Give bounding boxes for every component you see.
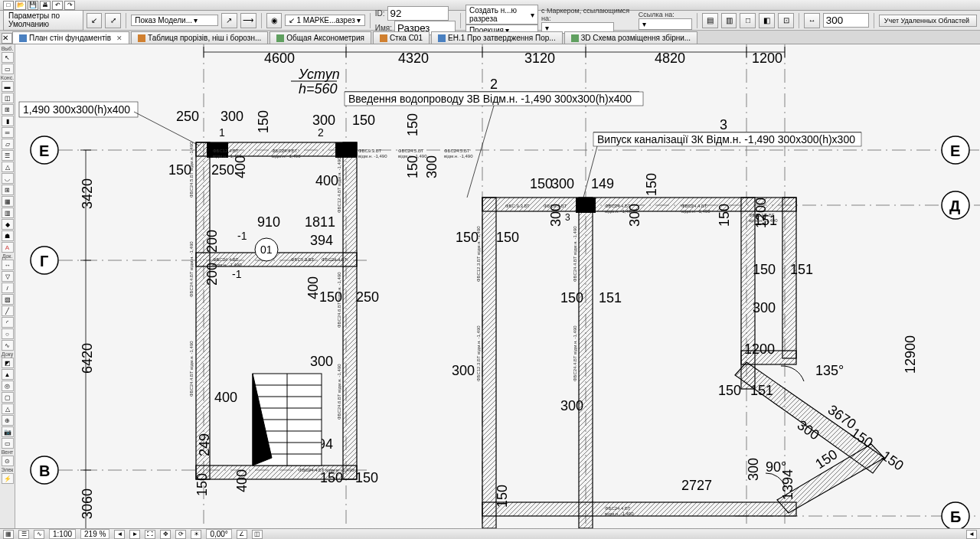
scroll-left-icon[interactable]: ◄ [966,530,977,539]
zoom-readout[interactable]: 219 % [80,529,109,539]
undo-icon[interactable]: ↶ [52,1,63,10]
svg-text:відм.н. -1,490: відм.н. -1,490 [398,154,427,158]
trace-icon[interactable]: ◫ [252,530,263,539]
slab-tool-icon[interactable]: ▱ [2,139,14,149]
print-icon[interactable]: 🖶 [40,1,51,10]
zone-tool-icon[interactable]: ▦ [2,196,14,207]
close-icon[interactable]: ✕ [116,34,122,42]
deleted-regions-button[interactable]: Учет Удаленных Областей [879,15,977,27]
marker-icon[interactable]: ◉ [266,13,283,28]
svg-text:відм.н. -1,490: відм.н. -1,490 [358,154,387,158]
dim-tool-icon[interactable]: ↔ [2,260,14,270]
elec-tool-icon[interactable]: ⚡ [2,473,14,484]
opt1-icon[interactable]: ▤ [702,13,718,28]
default-params-button[interactable]: Параметры по Умолчанию [3,10,83,31]
tab-openings-table[interactable]: Таблиця прорізів, ніш і борозн... [131,31,268,44]
id-input[interactable] [387,6,449,21]
fit-icon[interactable]: ⛶ [145,530,155,539]
arrow-tool-icon[interactable]: ↖ [2,52,14,63]
create-section-dropdown[interactable]: Создать н...ю разреза▾ [466,5,538,24]
text-tool-icon[interactable]: A [2,242,14,253]
elev-tool-icon[interactable]: ▲ [2,369,14,380]
tab-en1[interactable]: ЕН.1 Про затвердження Пор... [431,31,563,44]
shell-tool-icon[interactable]: ◡ [2,173,14,184]
window-tool-icon[interactable]: ⊞ [2,104,14,115]
options-bar: Параметры по Умолчанию ↙ ⤢ Показ Модели.… [0,11,980,31]
mesh-tool-icon[interactable]: ⊞ [2,185,14,195]
magnet-icon[interactable]: ∿ [34,530,44,539]
section-tool-icon[interactable]: ↙ [87,13,103,28]
dist-icon[interactable]: ↔ [804,13,820,28]
svg-rect-45 [482,198,496,528]
opt2-icon[interactable]: ▥ [721,13,737,28]
mep-tool-icon[interactable]: ⊙ [2,456,14,466]
drawing-canvas[interactable]: 4600 4320 3120 4820 1200 Уступ h=560 1,4… [15,44,980,528]
orbit-icon[interactable]: ⟳ [175,530,186,539]
model-display-dropdown[interactable]: Показ Модели...▾ [131,15,218,26]
svg-text:ФБС24.4.БТ: ФБС24.4.БТ [272,149,298,153]
stair-tool-icon[interactable]: ☰ [2,150,14,161]
svg-text:151: 151 [599,290,622,305]
svg-text:150: 150 [879,448,906,474]
dir-icon[interactable]: ↗ [221,13,237,28]
close-all-icon[interactable]: ✕ [2,33,12,44]
svg-text:відм.н. -1,490: відм.н. -1,490 [213,154,242,158]
marker-view-dropdown[interactable]: ↙1 МАРКЕ...азрез▾ [285,15,364,26]
door-tool-icon[interactable]: ◫ [2,93,14,103]
tab-grid-c01[interactable]: Стка С01 [373,31,430,44]
polyline-tool-icon[interactable]: ∿ [2,340,14,351]
svg-text:400: 400 [234,469,250,492]
worksheet-tool-icon[interactable]: ▢ [2,392,14,403]
file-save-icon[interactable]: 💾 [28,1,38,10]
section-tool-icon[interactable]: ◩ [2,358,14,368]
section-tool2-icon[interactable]: ⤢ [105,13,121,28]
opt3-icon[interactable]: □ [740,13,756,28]
angle-lock-icon[interactable]: ∠ [237,530,247,539]
svg-text:150: 150 [456,230,479,245]
tab-foundation-plan[interactable]: План стін фундаментів✕ [12,31,129,44]
distance-input[interactable] [823,13,869,28]
object-tool-icon[interactable]: ☗ [2,230,14,241]
drawing-tool-icon[interactable]: ▭ [2,438,14,449]
file-new-icon[interactable]: □ [3,1,14,10]
opt5-icon[interactable]: ⊡ [778,13,794,28]
svg-text:відм.н. -1,490: відм.н. -1,490 [749,218,778,223]
camera-tool-icon[interactable]: 📷 [2,426,14,437]
label-tool-icon[interactable]: / [2,283,14,293]
link-dropdown[interactable]: ▾ [639,18,692,30]
svg-text:150: 150 [560,290,583,305]
dir2-icon[interactable]: ⟶ [240,13,256,28]
arc-tool-icon[interactable]: ◜ [2,317,14,328]
curtain-tool-icon[interactable]: ▥ [2,207,14,218]
line-tool-icon[interactable]: ╱ [2,305,14,316]
tab-axonometry[interactable]: Общая Аксонометрия [270,31,371,44]
tab-3d-scheme[interactable]: 3D Схема розміщення збірни... [564,31,697,44]
column-tool-icon[interactable]: ▮ [2,116,14,126]
zoom-next-icon[interactable]: ► [129,530,140,539]
svg-text:300: 300 [746,458,761,481]
beam-tool-icon[interactable]: ═ [2,127,14,138]
opt4-icon[interactable]: ◧ [759,13,775,28]
wall-tool-icon[interactable]: ▬ [2,81,14,92]
circle-tool-icon[interactable]: ○ [2,328,14,339]
grid-tool-icon[interactable]: ⊕ [2,415,14,426]
pan-icon[interactable]: ✥ [160,530,171,539]
morph-tool-icon[interactable]: ◆ [2,219,14,230]
svg-text:-1: -1 [232,268,242,280]
layers-icon[interactable]: ☰ [18,530,29,539]
level-tool-icon[interactable]: ▽ [2,271,14,282]
file-open-icon[interactable]: 📂 [15,1,26,10]
quick-opts-icon[interactable]: ▦ [3,530,14,539]
svg-text:ФБС9.3.БТ: ФБС9.3.БТ [291,257,314,262]
change-tool-icon[interactable]: △ [2,403,14,414]
marquee-tool-icon[interactable]: ▭ [2,64,14,74]
sun-icon[interactable]: ☀ [191,530,201,539]
zoom-prev-icon[interactable]: ◄ [114,530,125,539]
svg-text:Введення водопроводу 3В Відм.н: Введення водопроводу 3В Відм.н. -1,490 3… [348,93,632,105]
fill-tool-icon[interactable]: ▨ [2,294,14,305]
detail-tool-icon[interactable]: ◎ [2,381,14,391]
angle-readout[interactable]: 0,00° [206,529,231,539]
roof-tool-icon[interactable]: △ [2,162,14,172]
scale-readout[interactable]: 1:100 [49,529,76,539]
redo-icon[interactable]: ↷ [64,1,75,10]
